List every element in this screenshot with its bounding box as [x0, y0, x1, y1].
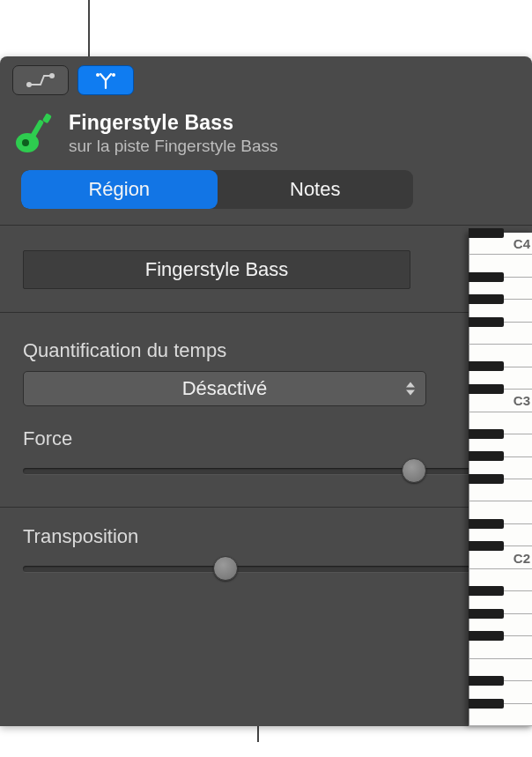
- region-name-row: Fingerstyle Bass: [0, 226, 532, 312]
- black-key[interactable]: [469, 451, 504, 461]
- time-quantize-section: Quantification du temps Désactivé Force …: [0, 313, 532, 482]
- top-toolbar: [0, 56, 532, 99]
- black-key[interactable]: [469, 474, 504, 484]
- stepper-arrows-icon: [406, 382, 415, 396]
- region-subtitle: sur la piste Fingerstyle Bass: [69, 137, 278, 156]
- black-key[interactable]: [469, 541, 504, 551]
- strength-row: Force 100: [23, 427, 509, 482]
- black-key[interactable]: [469, 609, 504, 619]
- black-key[interactable]: [469, 361, 504, 371]
- time-quantize-dropdown[interactable]: Désactivé: [23, 371, 426, 406]
- region-name-field[interactable]: Fingerstyle Bass: [23, 250, 410, 289]
- tab-notes[interactable]: Notes: [218, 170, 414, 209]
- black-key[interactable]: [469, 586, 504, 596]
- transposition-section: Transposition 0: [0, 508, 532, 606]
- time-quantize-value: Désactivé: [182, 377, 268, 400]
- inspector-tab-bar: Région Notes: [21, 170, 413, 209]
- piano-ruler[interactable]: C4 C3 C2: [469, 233, 532, 726]
- transposition-label: Transposition: [23, 525, 138, 548]
- tab-region[interactable]: Région: [21, 170, 218, 209]
- black-key[interactable]: [469, 384, 504, 394]
- black-key[interactable]: [469, 676, 504, 686]
- region-header: Fingerstyle Bass sur la piste Fingerstyl…: [0, 99, 532, 165]
- key-label-c4: C4: [514, 236, 530, 251]
- piano-roll-inspector: Fingerstyle Bass sur la piste Fingerstyl…: [0, 56, 532, 726]
- playhead-catch-icon: [92, 71, 119, 90]
- black-key[interactable]: [469, 317, 504, 327]
- title-stack: Fingerstyle Bass sur la piste Fingerstyl…: [69, 111, 278, 156]
- bass-guitar-icon: [12, 112, 56, 156]
- strength-slider-thumb[interactable]: [402, 458, 426, 483]
- svg-point-8: [22, 139, 29, 146]
- transposition-slider[interactable]: [23, 557, 509, 580]
- black-key[interactable]: [469, 519, 504, 529]
- transposition-slider-thumb[interactable]: [213, 556, 238, 581]
- svg-rect-7: [42, 113, 52, 123]
- black-key[interactable]: [469, 272, 504, 282]
- instrument-icon: [12, 112, 56, 156]
- black-key[interactable]: [469, 699, 504, 709]
- svg-point-3: [96, 73, 100, 77]
- svg-point-4: [112, 73, 115, 77]
- black-key[interactable]: [469, 631, 504, 641]
- key-label-c2: C2: [514, 550, 530, 565]
- strength-label: Force: [23, 427, 72, 450]
- catch-playhead-button[interactable]: [78, 65, 134, 95]
- black-key[interactable]: [469, 294, 504, 304]
- region-title: Fingerstyle Bass: [69, 111, 278, 135]
- time-quantize-label: Quantification du temps: [23, 339, 509, 362]
- black-key[interactable]: [469, 228, 504, 238]
- strength-slider[interactable]: [23, 459, 509, 482]
- black-key[interactable]: [469, 429, 504, 439]
- key-label-c3: C3: [514, 393, 530, 408]
- automation-icon: [25, 71, 56, 89]
- automation-curve-button[interactable]: [12, 65, 69, 95]
